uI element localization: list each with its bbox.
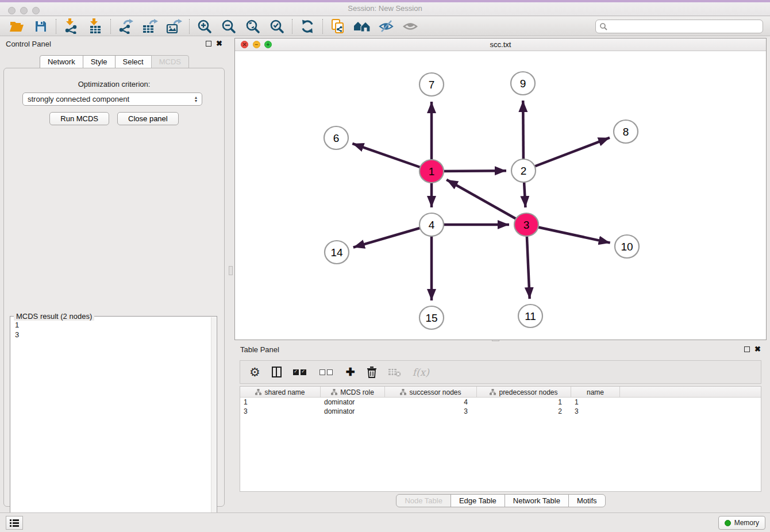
graph-node-3[interactable]: 3: [514, 213, 538, 236]
zoom-out-icon: [221, 19, 236, 34]
select-all-icon[interactable]: [293, 365, 308, 380]
zoom-selected-button[interactable]: [265, 18, 289, 35]
hide-selected-button[interactable]: [374, 18, 398, 35]
tab-network-table[interactable]: Network Table: [505, 494, 569, 507]
svg-text:11: 11: [525, 310, 536, 322]
tab-motifs[interactable]: Motifs: [568, 494, 606, 507]
run-mcds-button[interactable]: Run MCDS: [49, 112, 109, 125]
cell-successor-nodes[interactable]: 3: [385, 407, 477, 416]
panel-splitter-grip[interactable]: [229, 266, 233, 275]
graph-edge-3-10[interactable]: [526, 225, 610, 243]
graph-edge-3-1[interactable]: [446, 180, 526, 225]
svg-text:15: 15: [425, 312, 437, 324]
close-table-panel-icon[interactable]: ✖: [754, 346, 761, 352]
graph-edge-2-8[interactable]: [523, 138, 610, 171]
svg-text:14: 14: [330, 246, 343, 259]
cell-predecessor-nodes[interactable]: 1: [477, 398, 571, 407]
task-history-button[interactable]: [6, 516, 23, 530]
graph-node-11[interactable]: 11: [518, 304, 542, 327]
mcds-result-text[interactable]: 1 3: [10, 318, 211, 532]
graph-node-8[interactable]: 8: [614, 120, 638, 143]
cell-shared-name[interactable]: 1: [240, 398, 321, 407]
hierarchy-icon: [331, 389, 337, 395]
export-table-button[interactable]: [138, 18, 162, 35]
node-table: shared name MCDS role successor nodes pr…: [240, 386, 761, 492]
tab-style[interactable]: Style: [83, 55, 116, 68]
graph-node-10[interactable]: 10: [615, 235, 639, 258]
cell-mcds-role[interactable]: dominator: [321, 407, 385, 416]
graph-node-14[interactable]: 14: [325, 241, 349, 264]
network-canvas[interactable]: 7968124314101511: [235, 51, 766, 340]
select-stepper-icon: ▴▾: [195, 96, 197, 103]
tab-node-table[interactable]: Node Table: [396, 494, 451, 507]
cell-predecessor-nodes[interactable]: 2: [477, 407, 571, 416]
first-neighbors-button[interactable]: [350, 18, 374, 35]
control-panel-tabs: Network Style Select MCDS: [0, 55, 228, 68]
table-panel-title: Table Panel: [240, 345, 279, 354]
column-header-name[interactable]: name: [571, 387, 620, 398]
duplicate-network-icon: [331, 19, 345, 34]
tab-select[interactable]: Select: [115, 55, 152, 68]
graph-node-6[interactable]: 6: [324, 126, 348, 149]
export-network-button[interactable]: [114, 18, 138, 35]
close-panel-button[interactable]: Close panel: [117, 112, 179, 125]
table-settings-icon[interactable]: ⚙: [249, 365, 260, 380]
import-network-button[interactable]: [59, 18, 83, 35]
zoom-selected-icon: [270, 19, 284, 34]
export-image-button[interactable]: [162, 18, 186, 35]
list-icon: [10, 518, 19, 528]
export-image-icon: [166, 19, 182, 34]
show-all-button[interactable]: [398, 18, 422, 35]
duplicate-network-button[interactable]: [326, 18, 350, 35]
cell-name[interactable]: 3: [571, 407, 620, 416]
graph-node-4[interactable]: 4: [419, 213, 444, 236]
zoom-fit-button[interactable]: [241, 18, 265, 35]
table-row[interactable]: 3 dominator 3 2 3: [240, 407, 761, 416]
column-header-predecessor-nodes[interactable]: predecessor nodes: [477, 387, 571, 398]
result-scrollbar[interactable]: [211, 317, 216, 531]
refresh-icon: [300, 19, 315, 34]
show-columns-icon[interactable]: [272, 365, 282, 380]
tab-edge-table[interactable]: Edge Table: [451, 494, 505, 507]
network-window-titlebar[interactable]: ✕ − + scc.txt: [235, 38, 766, 51]
search-input[interactable]: [607, 22, 759, 30]
table-row[interactable]: 1 dominator 4 1 1: [240, 398, 761, 407]
delete-row-icon[interactable]: [367, 365, 377, 380]
add-row-icon[interactable]: ✚: [346, 365, 355, 380]
criterion-value: strongly connected component: [28, 95, 129, 103]
column-header-successor-nodes[interactable]: successor nodes: [385, 387, 477, 398]
float-table-panel-icon[interactable]: [744, 346, 750, 352]
memory-button[interactable]: Memory: [718, 516, 765, 530]
criterion-select[interactable]: strongly connected component ▴▾: [22, 92, 202, 106]
tab-mcds[interactable]: MCDS: [151, 55, 189, 68]
cell-successor-nodes[interactable]: 4: [385, 398, 477, 407]
function-builder-icon[interactable]: f(x): [413, 365, 429, 380]
zoom-out-button[interactable]: [217, 18, 241, 35]
cell-name[interactable]: 1: [571, 398, 620, 407]
control-panel-header: Control Panel ✖: [0, 36, 228, 51]
delete-table-icon[interactable]: [388, 365, 401, 380]
save-session-button[interactable]: [29, 18, 53, 35]
tab-network[interactable]: Network: [40, 55, 83, 68]
import-network-icon: [64, 18, 79, 34]
column-header-mcds-role[interactable]: MCDS role: [321, 387, 385, 398]
save-icon: [34, 20, 47, 33]
zoom-in-button[interactable]: [192, 18, 217, 35]
toolbar-separator: [189, 19, 190, 34]
cell-shared-name[interactable]: 3: [240, 407, 321, 416]
open-session-button[interactable]: [5, 18, 29, 35]
float-panel-icon[interactable]: [206, 41, 211, 47]
close-panel-icon[interactable]: ✖: [216, 41, 222, 47]
graph-node-1[interactable]: 1: [419, 160, 444, 183]
graph-node-9[interactable]: 9: [511, 72, 535, 95]
deselect-all-icon[interactable]: [319, 365, 334, 380]
search-box: [595, 20, 763, 33]
refresh-button[interactable]: [295, 18, 319, 35]
graph-node-15[interactable]: 15: [419, 306, 444, 329]
import-table-button[interactable]: [83, 18, 107, 35]
cell-mcds-role[interactable]: dominator: [321, 398, 385, 407]
column-header-shared-name[interactable]: shared name: [240, 387, 321, 398]
houses-icon: [353, 20, 371, 33]
graph-node-2[interactable]: 2: [511, 159, 536, 182]
graph-node-7[interactable]: 7: [419, 73, 444, 96]
